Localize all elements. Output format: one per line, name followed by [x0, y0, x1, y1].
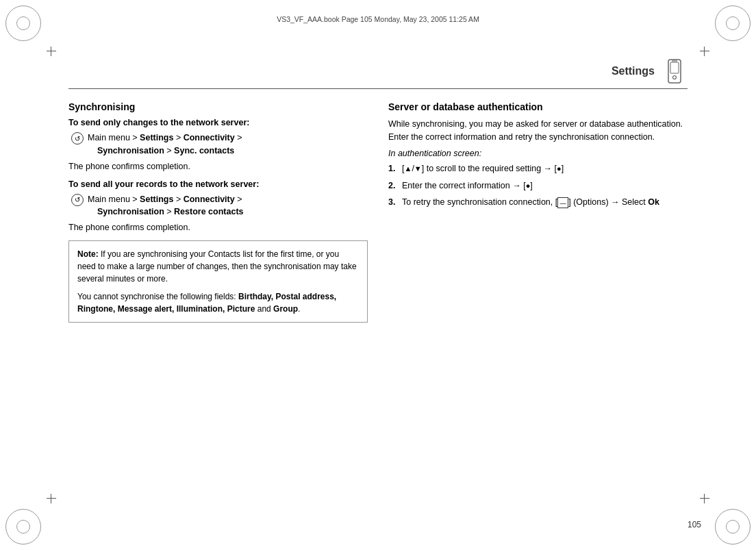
- right-column: Server or database authentication While …: [388, 101, 688, 323]
- step-num-1: 1.: [388, 162, 402, 175]
- note-text-1: If you are synchronising your Contacts l…: [77, 249, 357, 284]
- corner-decoration-br: [715, 509, 751, 545]
- left-section-title: Synchronising: [68, 101, 368, 112]
- step-3-content: To retry the synchronisation connection,…: [402, 196, 688, 209]
- step1-confirm: The phone confirms completion.: [68, 162, 368, 171]
- auth-step-3: 3. To retry the synchronisation connecti…: [388, 196, 688, 209]
- circle-arrow-icon: ↺: [71, 132, 84, 145]
- step-2-content: Enter the correct information → [●]: [402, 179, 688, 192]
- page-header: Settings: [68, 58, 688, 89]
- auth-step-1: 1. [▲/▼] to scroll to the required setti…: [388, 162, 688, 175]
- note-paragraph-2: You cannot synchronise the following fie…: [77, 290, 359, 315]
- content-area: Settings Synchronising To send only chan…: [68, 58, 688, 482]
- right-intro-text: While synchronising, you may be asked fo…: [388, 118, 688, 145]
- note-text-2-prefix: You cannot synchronise the following fie…: [77, 292, 238, 301]
- right-sub-heading: In authentication screen:: [388, 149, 688, 158]
- file-info-text: VS3_VF_AAA.book Page 105 Monday, May 23,…: [277, 15, 479, 23]
- crosshair-tr: [700, 47, 709, 56]
- step-num-2: 2.: [388, 179, 402, 192]
- step1-menu-step: ↺ Main menu > Settings > Connectivity > …: [68, 132, 368, 158]
- step2-confirm: The phone confirms completion.: [68, 223, 368, 232]
- corner-decoration-tr: [715, 5, 751, 41]
- auth-step-2: 2. Enter the correct information → [●]: [388, 179, 688, 192]
- step2-menu-path: Main menu > Settings > Connectivity > Sy…: [88, 193, 244, 219]
- step1-menu-path: Main menu > Settings > Connectivity > Sy…: [88, 132, 242, 158]
- left-column: Synchronising To send only changes to th…: [68, 101, 368, 323]
- step-1-content: [▲/▼] to scroll to the required setting …: [402, 162, 688, 175]
- svg-rect-1: [670, 62, 679, 73]
- right-section-title: Server or database authentication: [388, 101, 688, 112]
- ok-label: Ok: [648, 197, 659, 207]
- corner-decoration-tl: [5, 5, 41, 41]
- crosshair-br: [700, 494, 709, 503]
- page-title: Settings: [612, 65, 655, 77]
- note-text-2-suffix: and: [255, 304, 273, 314]
- svg-point-2: [673, 76, 677, 79]
- confirm-btn-icon-1: ●: [557, 164, 562, 173]
- corner-decoration-bl: [5, 509, 41, 545]
- two-column-layout: Synchronising To send only changes to th…: [68, 101, 688, 323]
- note-label: Note:: [77, 249, 99, 259]
- note-box: Note: If you are synchronising your Cont…: [68, 240, 368, 323]
- file-info-bar: VS3_VF_AAA.book Page 105 Monday, May 23,…: [62, 15, 694, 23]
- note-text-2-end: .: [298, 304, 300, 314]
- crosshair-bl: [47, 494, 56, 503]
- circle-arrow-icon-2: ↺: [71, 194, 84, 206]
- step2-instruction: To send all your records to the network …: [68, 179, 368, 189]
- phone-icon: [662, 58, 688, 84]
- note-paragraph-1: Note: If you are synchronising your Cont…: [77, 248, 359, 285]
- note-last-field: Group: [273, 304, 298, 314]
- confirm-btn-icon-2: ●: [526, 182, 531, 190]
- nav-up-icon: ▲: [404, 164, 412, 173]
- step1-instruction: To send only changes to the network serv…: [68, 118, 368, 127]
- step-num-3: 3.: [388, 196, 402, 209]
- options-btn-icon: —: [557, 197, 568, 208]
- auth-steps-list: 1. [▲/▼] to scroll to the required setti…: [388, 162, 688, 209]
- nav-down-icon: ▼: [414, 164, 422, 173]
- crosshair-tl: [47, 47, 56, 56]
- step2-menu-step: ↺ Main menu > Settings > Connectivity > …: [68, 193, 368, 219]
- page-number: 105: [688, 520, 701, 529]
